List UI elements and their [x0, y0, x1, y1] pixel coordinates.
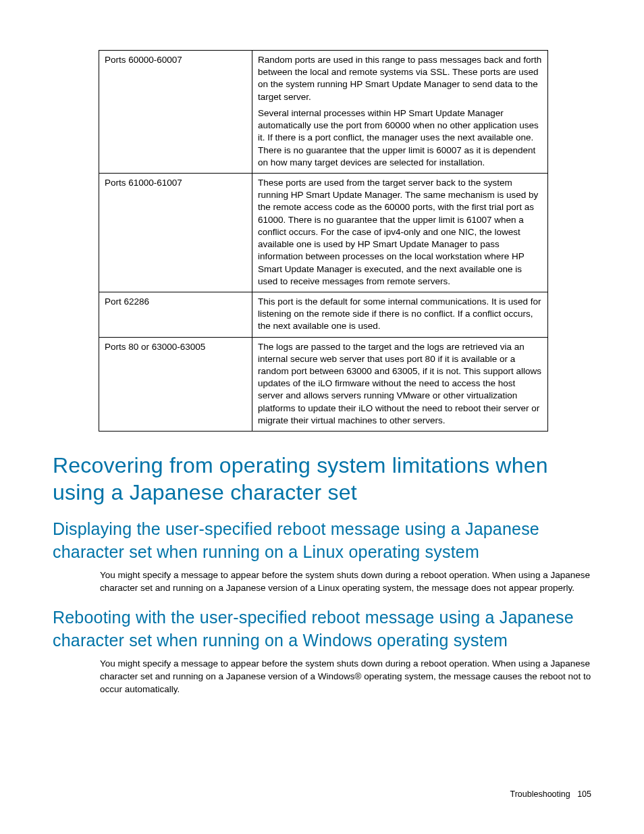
desc-paragraph: Random ports are used in this range to p… [258, 54, 542, 103]
desc-cell: This port is the default for some intern… [252, 292, 548, 337]
page-footer: Troubleshooting 105 [510, 789, 591, 799]
subsection-heading-linux: Displaying the user-specified reboot mes… [53, 518, 591, 564]
port-cell: Port 62286 [99, 292, 252, 337]
desc-paragraph: This port is the default for some intern… [258, 296, 542, 333]
table-row: Port 62286 This port is the default for … [99, 292, 548, 337]
desc-paragraph: The logs are passed to the target and th… [258, 341, 542, 427]
ports-table: Ports 60000-60007 Random ports are used … [99, 50, 548, 432]
port-cell: Ports 61000-61007 [99, 173, 252, 292]
body-paragraph: You might specify a message to appear be… [100, 569, 591, 595]
desc-paragraph: These ports are used from the target ser… [258, 177, 542, 288]
footer-section: Troubleshooting [510, 789, 570, 799]
footer-page-number: 105 [577, 789, 591, 799]
section-heading: Recovering from operating system limitat… [53, 452, 591, 506]
desc-paragraph: Several internal processes within HP Sma… [258, 107, 542, 169]
desc-cell: The logs are passed to the target and th… [252, 337, 548, 432]
port-cell: Ports 80 or 63000-63005 [99, 337, 252, 432]
desc-cell: Random ports are used in this range to p… [252, 51, 548, 174]
body-paragraph: You might specify a message to appear be… [100, 658, 591, 696]
table-row: Ports 60000-60007 Random ports are used … [99, 51, 548, 174]
table-row: Ports 61000-61007 These ports are used f… [99, 173, 548, 292]
table-row: Ports 80 or 63000-63005 The logs are pas… [99, 337, 548, 432]
port-cell: Ports 60000-60007 [99, 51, 252, 174]
desc-cell: These ports are used from the target ser… [252, 173, 548, 292]
subsection-heading-windows: Rebooting with the user-specified reboot… [53, 606, 591, 652]
